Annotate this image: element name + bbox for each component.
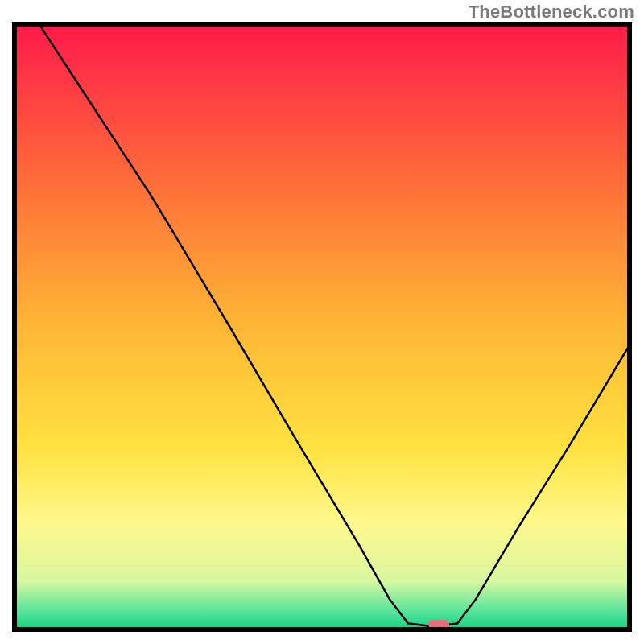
chart-container: TheBottleneck.com <box>0 0 644 644</box>
attribution-label: TheBottleneck.com <box>469 2 634 23</box>
gradient-background <box>14 24 630 630</box>
bottleneck-chart <box>0 0 644 644</box>
